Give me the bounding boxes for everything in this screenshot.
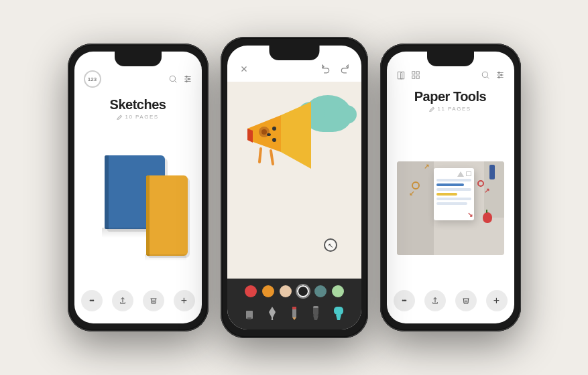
add-button[interactable]: +: [174, 290, 195, 311]
doc-line-blue: [436, 183, 465, 186]
phone3-notch: [427, 52, 474, 66]
svg-point-12: [261, 129, 267, 135]
eraser-tool[interactable]: [244, 305, 255, 320]
color-black[interactable]: [297, 285, 309, 297]
filter-icon[interactable]: [495, 70, 505, 80]
left-wall: [397, 161, 434, 255]
svg-point-40: [498, 76, 499, 78]
color-peach[interactable]: [280, 285, 292, 297]
phone1-subtitle: 10 PAGES: [74, 114, 202, 120]
phone-paper-tools: Paper Tools 11 PAGES: [380, 44, 521, 331]
phone1-footer: ••• +: [74, 282, 202, 323]
cursor: ↖: [324, 238, 337, 252]
svg-rect-30: [416, 72, 419, 74]
search-icon[interactable]: [481, 70, 490, 80]
svg-line-17: [271, 151, 273, 164]
redo-button[interactable]: [340, 64, 349, 76]
svg-point-7: [186, 80, 187, 82]
add-button[interactable]: +: [486, 290, 508, 311]
eraser-icon: [244, 307, 255, 320]
doc-line-2: [436, 188, 471, 191]
arrow-right: ↗: [484, 187, 489, 194]
arrow-up: ↗: [424, 163, 429, 170]
svg-rect-23: [292, 307, 296, 309]
tools-palette: [227, 279, 361, 329]
pen-icon: [267, 305, 278, 320]
more-button[interactable]: •••: [394, 290, 415, 311]
circle-annotation-2: [477, 180, 484, 187]
svg-rect-27: [334, 307, 343, 315]
arrow-down-right: ↘: [467, 211, 473, 218]
room-illustration: ↙ ↗ ↗ ↘: [397, 141, 504, 255]
color-orange[interactable]: [262, 285, 274, 297]
doc-header-shapes: [436, 171, 471, 177]
svg-point-5: [186, 76, 187, 77]
svg-rect-26: [313, 306, 318, 308]
svg-marker-25: [313, 315, 318, 320]
color-green[interactable]: [332, 285, 344, 297]
svg-point-14: [272, 138, 276, 142]
svg-marker-28: [336, 315, 341, 320]
apple-stem: [486, 210, 487, 213]
share-button[interactable]: [112, 290, 133, 311]
pen-tool[interactable]: [267, 305, 278, 320]
phone3-title: Paper Tools: [387, 89, 514, 104]
grid-icon[interactable]: [411, 70, 420, 80]
color-teal[interactable]: [314, 285, 327, 297]
book-icon[interactable]: [396, 70, 406, 80]
square-shape: [466, 171, 471, 176]
delete-button[interactable]: [143, 290, 164, 311]
color-red[interactable]: [245, 285, 257, 297]
page-count-badge: 123: [84, 70, 101, 88]
search-icon[interactable]: [168, 74, 178, 84]
phone2-notch: [269, 46, 319, 60]
svg-point-0: [170, 76, 175, 81]
doc-line-4: [436, 202, 468, 205]
svg-line-34: [487, 77, 489, 79]
arrow-left: ↙: [409, 190, 414, 197]
phone3-screen: Paper Tools 11 PAGES: [387, 52, 514, 323]
book-yellow: [146, 175, 188, 256]
highlighter-tool[interactable]: [333, 305, 345, 320]
svg-rect-29: [412, 72, 414, 74]
phone3-canvas: ↙ ↗ ↗ ↘: [387, 115, 514, 282]
phone1-screen: 123 Sketches 10 PAGES: [74, 52, 202, 323]
phone1-canvas: [74, 123, 202, 282]
marker-icon: [311, 305, 320, 320]
undo-button[interactable]: [321, 64, 331, 76]
phone-drawing: ↖: [221, 37, 368, 338]
phone2-canvas[interactable]: ↖: [227, 82, 361, 279]
pencil-tool[interactable]: [290, 305, 299, 320]
megaphone-illustration: [234, 92, 328, 179]
highlighter-icon: [333, 305, 345, 320]
bookmark-item: [489, 165, 495, 179]
phone3-header-left: [396, 70, 420, 80]
svg-point-39: [500, 74, 502, 76]
svg-point-20: [271, 319, 273, 321]
delete-button[interactable]: [455, 290, 477, 311]
marker-tool[interactable]: [311, 305, 320, 320]
trash-icon: [462, 297, 470, 305]
close-button[interactable]: [239, 64, 249, 76]
circle-annotation-1: [412, 181, 420, 190]
share-button[interactable]: [424, 290, 446, 311]
add-icon: +: [493, 295, 499, 306]
share-icon: [431, 297, 439, 305]
phone1-title: Sketches: [74, 97, 202, 112]
color-row: [233, 285, 356, 297]
book-yellow-shadow: [145, 254, 186, 261]
doc-line-3: [436, 198, 471, 200]
add-icon: +: [181, 295, 187, 306]
redo-icon: [340, 64, 349, 74]
svg-point-13: [272, 127, 276, 131]
svg-marker-22: [292, 317, 296, 320]
svg-point-6: [188, 78, 189, 80]
svg-rect-31: [412, 76, 414, 78]
close-icon: [239, 64, 249, 74]
sliders-icon[interactable]: [183, 74, 192, 84]
phone3-footer: ••• +: [387, 282, 514, 323]
pencil-icon: [117, 114, 123, 120]
apple-item: [483, 212, 492, 223]
phones-container: 123 Sketches 10 PAGES: [54, 23, 534, 352]
more-button[interactable]: •••: [81, 290, 103, 311]
